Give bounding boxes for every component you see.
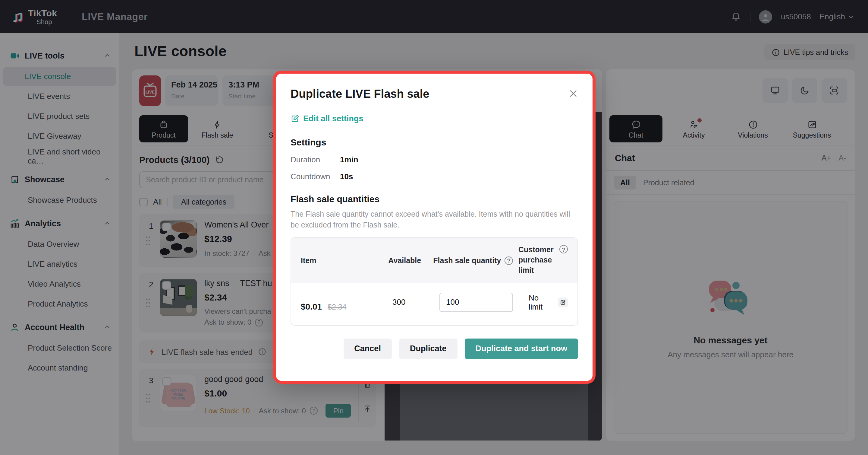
col-customer-purchase-limit: Customer purchase limit ? xyxy=(518,245,568,276)
purchase-limit-value: No limit xyxy=(529,293,555,311)
duration-value: 1min xyxy=(340,155,358,164)
close-icon[interactable] xyxy=(568,89,578,98)
flash-sale-price: $0.01 xyxy=(301,302,322,311)
quantity-cell xyxy=(439,293,529,312)
edit-icon xyxy=(290,114,300,123)
available-cell: 300 xyxy=(393,298,439,307)
settings-heading: Settings xyxy=(290,137,578,147)
original-price: $2.34 xyxy=(328,303,347,311)
quantities-description: The Flash sale quantity cannot exceed wh… xyxy=(290,209,578,231)
help-icon[interactable]: ? xyxy=(559,245,568,254)
col-item: Item xyxy=(301,245,388,276)
col-flash-sale-quantity-label: Flash sale quantity xyxy=(433,256,501,265)
table-row: $0.01 $2.34 300 No limit xyxy=(291,283,578,325)
col-available: Available xyxy=(388,245,433,276)
modal-title: Duplicate LIVE Flash sale xyxy=(290,87,568,101)
help-icon[interactable]: ? xyxy=(504,256,513,265)
col-flash-sale-quantity: Flash sale quantity ? xyxy=(433,245,518,276)
cancel-button[interactable]: Cancel xyxy=(343,339,392,359)
quantities-heading: Flash sale quantities xyxy=(290,194,578,204)
purchase-limit-cell: No limit xyxy=(529,293,568,311)
edit-all-settings-label: Edit all settings xyxy=(303,114,364,123)
edit-limit-icon[interactable] xyxy=(558,297,568,307)
countdown-value: 10s xyxy=(340,172,353,181)
edit-all-settings-link[interactable]: Edit all settings xyxy=(290,114,578,123)
table-header-row: Item Available Flash sale quantity ? Cus… xyxy=(291,238,578,283)
duplicate-and-start-button[interactable]: Duplicate and start now xyxy=(464,339,578,359)
duration-label: Duration xyxy=(290,155,340,164)
flash-sale-quantity-input[interactable] xyxy=(439,293,513,312)
duplicate-button[interactable]: Duplicate xyxy=(399,339,458,359)
item-price-cell: $0.01 $2.34 xyxy=(301,293,393,312)
flash-sale-table: Item Available Flash sale quantity ? Cus… xyxy=(290,237,578,326)
countdown-label: Countdown xyxy=(290,172,340,181)
col-customer-purchase-limit-label: Customer purchase limit xyxy=(518,245,556,276)
app-window: ♫ TikTok Shop LIVE Manager us50058 Engli… xyxy=(0,0,868,455)
duplicate-flash-sale-modal: Duplicate LIVE Flash sale Edit all setti… xyxy=(273,70,595,384)
